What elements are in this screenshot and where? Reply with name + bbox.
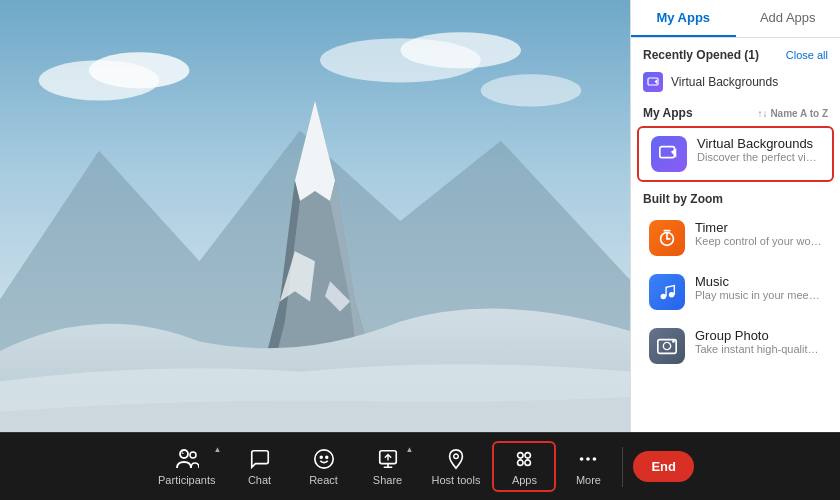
participants-icon: 1 bbox=[175, 447, 199, 471]
apps-label: Apps bbox=[512, 474, 537, 486]
music-info: Music Play music in your meetings bbox=[695, 274, 822, 301]
toolbar-more[interactable]: More bbox=[556, 441, 620, 492]
share-label: Share bbox=[373, 474, 402, 486]
music-icon bbox=[649, 274, 685, 310]
app-item-timer[interactable]: Timer Keep control of your workday with.… bbox=[637, 212, 834, 264]
app-item-group-photo[interactable]: Group Photo Take instant high-quality gr… bbox=[637, 320, 834, 372]
svg-point-22 bbox=[672, 340, 675, 343]
tab-add-apps[interactable]: Add Apps bbox=[736, 0, 841, 37]
svg-point-5 bbox=[481, 74, 581, 106]
toolbar-apps[interactable]: Apps bbox=[492, 441, 556, 492]
toolbar: 1 Participants ▲ Chat React bbox=[0, 432, 840, 500]
recently-opened-item[interactable]: Virtual Backgrounds bbox=[631, 66, 840, 98]
host-tools-icon bbox=[445, 447, 467, 471]
vb-name: Virtual Backgrounds bbox=[697, 136, 820, 151]
svg-point-34 bbox=[525, 460, 531, 466]
chat-icon bbox=[249, 447, 271, 471]
participants-label: Participants bbox=[158, 474, 215, 486]
sort-label[interactable]: ↑↓ Name A to Z bbox=[758, 108, 828, 119]
toolbar-participants[interactable]: 1 Participants ▲ bbox=[146, 441, 227, 492]
group-photo-name: Group Photo bbox=[695, 328, 822, 343]
my-apps-header: My Apps ↑↓ Name A to Z bbox=[631, 98, 840, 124]
svg-point-30 bbox=[454, 454, 459, 459]
vb-icon bbox=[651, 136, 687, 172]
toolbar-divider bbox=[622, 447, 623, 487]
toolbar-share[interactable]: Share ▲ bbox=[356, 441, 420, 492]
app-item-virtual-backgrounds[interactable]: Virtual Backgrounds Discover the perfect… bbox=[637, 126, 834, 182]
svg-point-21 bbox=[663, 342, 670, 349]
group-photo-info: Group Photo Take instant high-quality gr… bbox=[695, 328, 822, 355]
svg-point-19 bbox=[669, 292, 675, 298]
group-photo-icon bbox=[649, 328, 685, 364]
react-label: React bbox=[309, 474, 338, 486]
svg-point-35 bbox=[580, 457, 584, 461]
toolbar-chat[interactable]: Chat bbox=[228, 441, 292, 492]
toolbar-react[interactable]: React bbox=[292, 441, 356, 492]
svg-point-2 bbox=[89, 52, 189, 88]
svg-point-31 bbox=[518, 453, 524, 459]
close-all-link[interactable]: Close all bbox=[786, 49, 828, 61]
timer-info: Timer Keep control of your workday with.… bbox=[695, 220, 822, 247]
recent-vb-icon bbox=[643, 72, 663, 92]
more-label: More bbox=[576, 474, 601, 486]
share-icon bbox=[377, 447, 399, 471]
sidebar-content: Recently Opened (1) Close all Virtual Ba… bbox=[631, 38, 840, 432]
svg-point-32 bbox=[525, 453, 531, 459]
video-area bbox=[0, 0, 630, 432]
recent-vb-name: Virtual Backgrounds bbox=[671, 75, 778, 89]
svg-point-18 bbox=[661, 294, 667, 300]
recently-opened-label: Recently Opened (1) bbox=[643, 48, 759, 62]
vb-desc: Discover the perfect virtual backgr... bbox=[697, 151, 820, 163]
music-name: Music bbox=[695, 274, 822, 289]
chat-label: Chat bbox=[248, 474, 271, 486]
sidebar-tabs: My Apps Add Apps bbox=[631, 0, 840, 38]
end-button[interactable]: End bbox=[633, 451, 694, 482]
my-apps-label: My Apps bbox=[643, 106, 693, 120]
svg-point-27 bbox=[320, 456, 322, 458]
built-by-zoom-header: Built by Zoom bbox=[631, 184, 840, 210]
participants-arrow: ▲ bbox=[214, 445, 222, 454]
vb-info: Virtual Backgrounds Discover the perfect… bbox=[697, 136, 820, 163]
recently-opened-header: Recently Opened (1) Close all bbox=[631, 38, 840, 66]
group-photo-desc: Take instant high-quality group ph... bbox=[695, 343, 822, 355]
react-icon bbox=[313, 447, 335, 471]
timer-icon bbox=[649, 220, 685, 256]
host-tools-label: Host tools bbox=[432, 474, 481, 486]
timer-name: Timer bbox=[695, 220, 822, 235]
svg-point-36 bbox=[587, 457, 591, 461]
more-icon bbox=[577, 447, 599, 471]
toolbar-host-tools[interactable]: Host tools bbox=[420, 441, 493, 492]
sidebar: My Apps Add Apps Recently Opened (1) Clo… bbox=[630, 0, 840, 432]
svg-point-24 bbox=[190, 452, 196, 458]
apps-icon bbox=[513, 447, 535, 471]
timer-desc: Keep control of your workday with... bbox=[695, 235, 822, 247]
svg-point-4 bbox=[400, 32, 521, 68]
svg-point-26 bbox=[314, 450, 332, 468]
app-item-music[interactable]: Music Play music in your meetings bbox=[637, 266, 834, 318]
svg-point-28 bbox=[325, 456, 327, 458]
share-arrow: ▲ bbox=[406, 445, 414, 454]
svg-point-37 bbox=[593, 457, 597, 461]
music-desc: Play music in your meetings bbox=[695, 289, 822, 301]
svg-point-33 bbox=[518, 460, 524, 466]
tab-my-apps[interactable]: My Apps bbox=[631, 0, 736, 37]
